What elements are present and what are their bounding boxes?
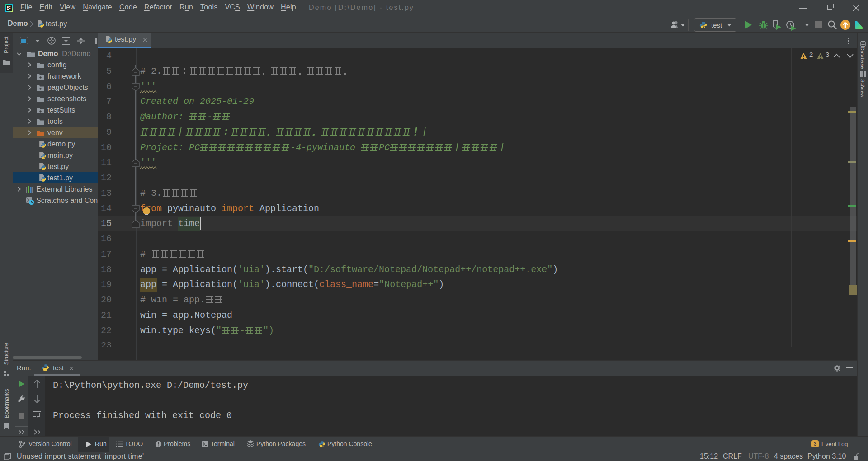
svg-text:PC: PC	[7, 6, 11, 9]
